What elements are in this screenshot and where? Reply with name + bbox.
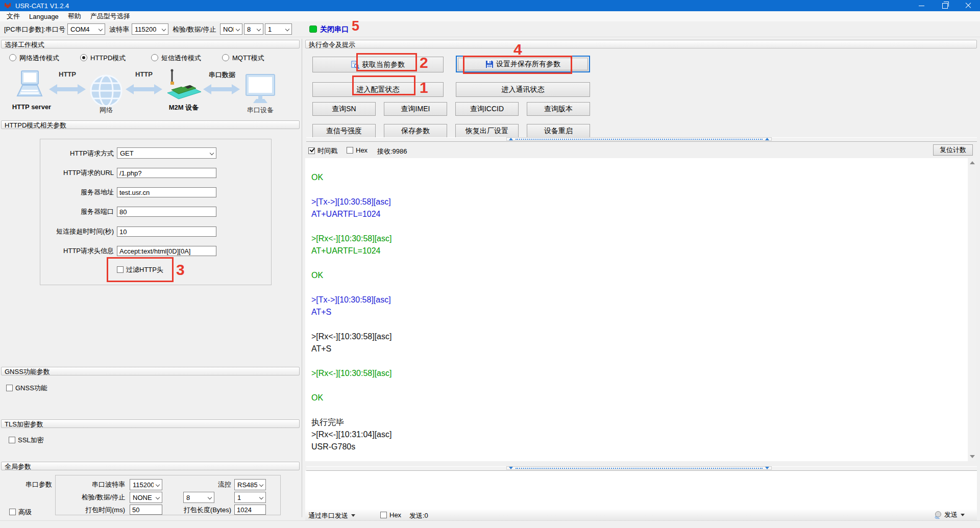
- command-button[interactable]: 查询IMEI: [384, 102, 447, 116]
- command-button[interactable]: 查询ICCID: [455, 102, 519, 116]
- send-via-serial-dropdown[interactable]: 通过串口发送: [308, 511, 355, 520]
- g-parity-select[interactable]: NONE: [130, 492, 162, 503]
- scroll-down-icon[interactable]: [970, 455, 975, 458]
- timeout-input[interactable]: [117, 227, 216, 237]
- recv-count: 接收:9986: [377, 147, 407, 156]
- link-label-http2: HTTP: [126, 70, 162, 78]
- minimize-button[interactable]: [910, 0, 933, 11]
- checkbox-icon: [380, 512, 387, 518]
- gnss-header: GNSS功能参数: [1, 367, 300, 375]
- g-stopbits-select[interactable]: 1: [234, 492, 266, 503]
- filter-http-label: 过滤HTTP头: [126, 266, 163, 273]
- diagram-caption: 网络: [83, 106, 130, 115]
- timestamp-checkbox[interactable]: 时间戳: [308, 146, 337, 156]
- serial-toolbar: [PC串口参数]:串口号 COM4 波特率 115200 检验/数据/停止 NO…: [0, 21, 980, 37]
- dropdown-arrow-icon: [961, 514, 965, 516]
- send-hex-checkbox[interactable]: Hex: [380, 511, 401, 519]
- menu-item[interactable]: 帮助: [63, 11, 86, 22]
- panel-divider[interactable]: [302, 39, 302, 517]
- g-flow-select[interactable]: RS485: [234, 479, 266, 490]
- set-save-params-button[interactable]: 设置并保存所有参数: [456, 56, 590, 72]
- send-splitter: [306, 466, 977, 471]
- work-mode-radio[interactable]: MQTT模式: [222, 54, 293, 63]
- menu-bar: 文件Language帮助产品型号选择: [0, 11, 980, 21]
- g-parity-label: 检验/数据/停止: [56, 492, 125, 502]
- menu-item[interactable]: 产品型号选择: [86, 11, 135, 22]
- recv-hex-checkbox[interactable]: Hex: [347, 146, 368, 154]
- enter-comm-label: 进入通讯状态: [502, 85, 545, 94]
- server-addr-label: 服务器地址: [42, 187, 114, 197]
- network-globe-icon: [90, 74, 122, 107]
- log-line: AT+UARTFL=1024: [311, 245, 968, 257]
- ssl-checkbox[interactable]: SSL加密: [9, 436, 44, 445]
- serial-log-view[interactable]: OK>[Tx->][10:30:58][asc]AT+UARTFL=1024>[…: [305, 158, 968, 461]
- g-baud-value: 115200: [133, 481, 154, 489]
- menu-item[interactable]: 文件: [2, 11, 24, 22]
- work-mode-label: MQTT模式: [232, 54, 264, 62]
- g-baud-select[interactable]: 115200: [130, 479, 162, 490]
- send-button[interactable]: 发送: [934, 510, 965, 519]
- log-line: >[Rx<-][10:31:04][asc]: [311, 429, 968, 441]
- restore-button[interactable]: [933, 0, 957, 11]
- http-method-select[interactable]: GET: [117, 147, 216, 159]
- log-line: AT+S: [311, 306, 968, 318]
- command-button[interactable]: 查信号强度: [312, 124, 376, 138]
- g-databits-value: 8: [186, 494, 190, 501]
- diagram-caption: 串口设备: [234, 106, 287, 115]
- log-line: OK: [311, 392, 968, 404]
- workmode-header: 选择工作模式: [1, 40, 300, 48]
- close-serial-button[interactable]: 关闭串口: [320, 25, 349, 34]
- work-mode-radio[interactable]: HTTPD模式: [80, 54, 151, 63]
- command-button[interactable]: 恢复出厂设置: [455, 124, 519, 138]
- scroll-up-icon[interactable]: [970, 161, 975, 164]
- advanced-checkbox[interactable]: 高级: [9, 508, 32, 517]
- log-scrollbar[interactable]: [968, 158, 976, 461]
- parity-label: 检验/数据/停止: [173, 25, 216, 34]
- req-header-input[interactable]: [117, 246, 216, 256]
- pack-time-input[interactable]: [130, 505, 162, 515]
- splitter-handle[interactable]: [506, 466, 772, 470]
- baud-select[interactable]: 115200: [132, 23, 168, 35]
- server-addr-input[interactable]: [117, 187, 216, 197]
- enter-comm-button[interactable]: 进入通讯状态: [456, 82, 590, 97]
- log-line: AT+S: [311, 343, 968, 355]
- pack-len-input[interactable]: [234, 505, 266, 515]
- work-mode-radio[interactable]: 网络透传模式: [9, 54, 80, 63]
- checkbox-icon: [6, 385, 13, 391]
- parity-select[interactable]: NONE: [220, 23, 242, 35]
- send-controls-bar: [305, 510, 977, 520]
- command-button[interactable]: 设备重启: [527, 124, 590, 138]
- enter-config-label: 进入配置状态: [357, 85, 400, 94]
- databits-value: 8: [247, 26, 251, 33]
- menu-item[interactable]: Language: [24, 12, 63, 21]
- http-method-value: GET: [120, 149, 134, 157]
- reset-count-button[interactable]: 复位计数: [933, 144, 973, 156]
- log-line: [311, 355, 968, 367]
- close-button[interactable]: [957, 0, 980, 11]
- window-controls: [910, 0, 980, 11]
- work-mode-label: HTTPD模式: [90, 54, 126, 62]
- get-params-label: 获取当前参数: [362, 60, 405, 69]
- http-url-input[interactable]: [117, 168, 216, 178]
- diagram-caption: HTTP server: [5, 103, 58, 111]
- splitter-handle[interactable]: [506, 137, 772, 141]
- gnss-label: GNSS功能: [15, 384, 47, 392]
- send-input-area[interactable]: [305, 471, 977, 510]
- filter-http-checkbox[interactable]: 过滤HTTP头: [117, 265, 163, 274]
- title-bar: USR-CAT1 V1.2.4: [0, 0, 980, 11]
- get-params-button[interactable]: 获取当前参数: [312, 57, 444, 72]
- com-port-select[interactable]: COM4: [67, 23, 105, 35]
- gnss-checkbox[interactable]: GNSS功能: [6, 384, 47, 393]
- http-method-label: HTTP请求方式: [42, 148, 114, 159]
- enter-config-button[interactable]: 进入配置状态: [312, 82, 444, 97]
- minimize-icon: [919, 6, 924, 6]
- databits-select[interactable]: 8: [244, 23, 263, 35]
- g-databits-select[interactable]: 8: [183, 492, 214, 503]
- work-mode-radio[interactable]: 短信透传模式: [151, 54, 222, 63]
- command-button[interactable]: 查询版本: [527, 102, 590, 116]
- server-port-input[interactable]: [117, 207, 216, 217]
- command-button[interactable]: 查询SN: [312, 102, 376, 116]
- command-button[interactable]: 保存参数: [384, 124, 447, 138]
- stopbits-select[interactable]: 1: [265, 23, 292, 35]
- window-title: USR-CAT1 V1.2.4: [15, 2, 69, 10]
